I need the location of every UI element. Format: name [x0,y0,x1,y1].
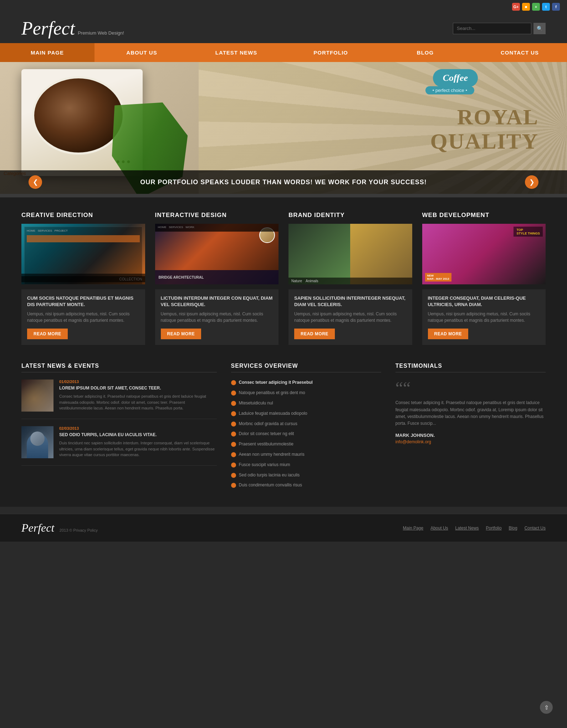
service-columns: CREATIVE DIRECTION HOME SERVICES PROJECT… [21,212,546,345]
section-divider [0,194,567,197]
creative-direction-card-text: Uempus, nisi ipsum adipiscing metus, nis… [27,311,139,324]
service-text-3: Laduice feugiat malesuada odiopolo [239,411,307,417]
brand-identity-card-text: Uempus, nisi ipsum adipiscing metus, nis… [294,311,407,324]
nav-portfolio[interactable]: PORTFOLIO [284,43,378,62]
service-dot-9 [231,473,236,478]
coffee-badge: Coffee [433,69,478,87]
testimonials-title: TESTIMONIALS [395,363,546,372]
main-nav: MAIN PAGE ABOUT US LATEST NEWS PORTFOLIO… [0,43,567,62]
news-content-2: 02/03/2013 SED ODIO TURPIS, LACINIA EU I… [59,426,217,458]
footer-nav-news[interactable]: Latest News [455,526,479,531]
nav-contact-us[interactable]: CONTACT US [472,43,567,62]
bottom-section: LATEST NEWS & EVENTS 01/02/2013 LOREM IP… [21,363,546,492]
news-item-1: 01/02/2013 LOREM IPSUM DOLOR SIT AMET, C… [21,380,217,419]
footer: Perfect 2013 © Privacy Policy Main Page … [0,514,567,542]
brand-identity-read-more[interactable]: Read More [294,329,335,339]
service-dot-1 [231,391,236,396]
web-development-title: WEB DEVELOPMENT [422,212,546,219]
interactive-design-card: LICTUDIN INTERDUM INTEGER CON EQUAT, DIA… [155,289,279,345]
google-plus-icon[interactable]: G+ [512,3,520,11]
service-item-0: Consec tetuer adipicing it Praesebul [231,380,381,386]
web-development-card-text: Uempus, nisi ipsum adipiscing metus, nis… [428,311,540,324]
brand-identity-title: BRAND IDENTITY [288,212,412,219]
footer-nav-blog[interactable]: Blog [509,526,517,531]
news-text-1: Consec tetuer adipiscing it. Praesebul n… [59,393,217,411]
nav-about-us[interactable]: ABOUT US [94,43,189,62]
web-development-image: TOPSTYLE THINGS NEWMAR - MAY 2013 [422,224,546,284]
service-text-10: Duis condimentum convallis risus [239,482,302,488]
news-title-1: LOREM IPSUM DOLOR SIT AMET, CONSEC TEER. [59,385,217,391]
service-item-1: Natoque penatibus et gnis dent mo [231,390,381,396]
search-wrap: 🔍 [453,23,546,34]
web-development-card-title: INTEGER CONSEQUAT, DIAM CELERIS-QUE ULTR… [428,295,540,308]
logo-subtitle: Premium Web Design! [78,30,124,36]
top-social-bar: G+ ■ + t f [0,0,567,14]
service-text-5: Dolor sit consec tetuer ng elit [239,431,294,437]
web-development-read-more[interactable]: Read More [428,329,469,339]
footer-nav-portfolio[interactable]: Portfolio [486,526,502,531]
social-green-icon[interactable]: + [532,3,540,11]
footer-nav: Main Page About Us Latest News Portfolio… [403,526,546,531]
service-text-2: Mtesetuidiculu nul [239,400,273,406]
service-text-1: Natoque penatibus et gnis dent mo [239,390,305,396]
creative-direction-card-title: CUM SOCIIS NATOQUE PENATIBUS ET MAGNIS D… [27,295,139,308]
footer-left: Perfect 2013 © Privacy Policy [21,521,98,535]
service-dot-2 [231,401,236,406]
twitter-icon[interactable]: t [542,3,550,11]
service-text-4: Morbnc odiof gravida at cursus [239,421,297,427]
service-dot-10 [231,483,236,488]
news-date-2: 02/03/2013 [59,426,217,430]
footer-copyright: 2013 © Privacy Policy [60,528,98,532]
service-dot-0 [231,380,236,385]
hero-slider: ●●● Coffee • perfect choice • ROYAL QUAL… [0,62,567,194]
search-button[interactable]: 🔍 [533,23,546,34]
nav-blog[interactable]: BLOG [378,43,472,62]
testimonial-author: MARK JOHNSON. [395,433,546,438]
brand-identity-card: SAPIEN SOLLICITUDIN INTERINTEGER NSEQUAT… [288,289,412,345]
service-dot-6 [231,442,236,447]
service-text-7: Aeean non ummy hendrerit mauris [239,451,305,458]
testimonial-quote-icon: ““ [395,380,546,397]
news-item-2: 02/03/2013 SED ODIO TURPIS, LACINIA EU I… [21,426,217,466]
service-item-7: Aeean non ummy hendrerit mauris [231,451,381,458]
web-development-card: INTEGER CONSEQUAT, DIAM CELERIS-QUE ULTR… [422,289,546,345]
testimonial-email: info@demolink.org [395,439,546,444]
interactive-design-image: BRIDGE ARCHITECTURAL HOME SERVICES WORK [155,224,279,284]
hero-prev-button[interactable]: ❮ [29,175,42,189]
news-text-2: Duis tincidunt nec sapien sollicitudin i… [59,440,217,458]
service-item-5: Dolor sit consec tetuer ng elit [231,431,381,437]
service-text-8: Fusce suscipit varius mium [239,462,290,468]
service-item-4: Morbnc odiof gravida at cursus [231,421,381,427]
hero-caption-text: OUR PORTFOLIO SPEAKS LOUDER THAN WORDS! … [42,179,525,186]
footer-nav-about[interactable]: About Us [430,526,448,531]
service-item-9: Sed odio turpis lacinia eu iaculis [231,472,381,478]
service-item-6: Praesent vestibulummolestie [231,441,381,447]
hero-next-button[interactable]: ❯ [525,175,538,189]
brand-identity-card-title: SAPIEN SOLLICITUDIN INTERINTEGER NSEQUAT… [294,295,407,308]
brand-identity-section: BRAND IDENTITY Nature Animals SAPIEN SOL… [288,212,412,345]
footer-nav-main[interactable]: Main Page [403,526,423,531]
footer-logo: Perfect [21,521,54,534]
service-item-2: Mtesetuidiculu nul [231,400,381,406]
service-item-10: Duis condimentum convallis risus [231,482,381,488]
creative-direction-card: CUM SOCIIS NATOQUE PENATIBUS ET MAGNIS D… [21,289,145,345]
services-section: SERVICES OVERVIEW Consec tetuer adipicin… [231,363,381,492]
creative-direction-section: CREATIVE DIRECTION HOME SERVICES PROJECT… [21,212,145,345]
testimonials-section: TESTIMONIALS ““ Consec tetuer adipicing … [395,363,546,492]
brand-identity-image: Nature Animals [288,224,412,284]
service-dot-4 [231,422,236,427]
interactive-design-title: INTERACTIVE DESIGN [155,212,279,219]
creative-direction-read-more[interactable]: Read More [27,329,68,339]
latest-news-section: LATEST NEWS & EVENTS 01/02/2013 LOREM IP… [21,363,217,492]
facebook-icon[interactable]: f [552,3,560,11]
footer-nav-contact[interactable]: Contact Us [525,526,546,531]
nav-main-page[interactable]: MAIN PAGE [0,43,94,62]
interactive-design-read-more[interactable]: Read More [161,329,201,339]
nav-latest-news[interactable]: LATEST NEWS [189,43,284,62]
search-input[interactable] [453,23,531,34]
service-dot-8 [231,463,236,468]
news-image-2 [21,426,53,458]
creative-direction-image: HOME SERVICES PROJECT COLLECTION [21,224,145,284]
rss-icon[interactable]: ■ [522,3,530,11]
service-item-3: Laduice feugiat malesuada odiopolo [231,411,381,417]
